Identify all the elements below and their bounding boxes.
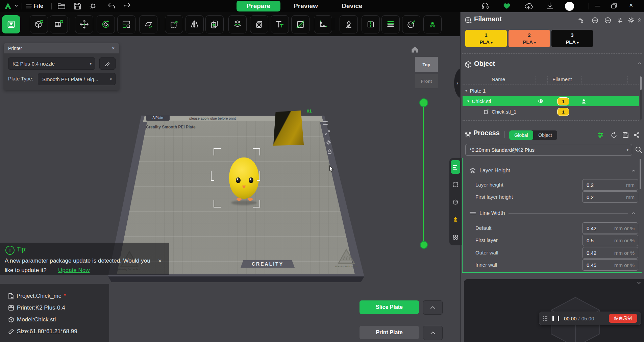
param-input-first-layer-height[interactable]: 0.2 mm	[582, 191, 638, 203]
move-tool-icon[interactable]	[75, 15, 93, 33]
home-view-icon[interactable]	[411, 46, 419, 53]
add-filament-icon[interactable]	[592, 17, 598, 24]
panel-collapse-handle[interactable]: ›	[454, 68, 460, 98]
app-logo-icon[interactable]	[3, 2, 13, 10]
logo-chevron-down-icon[interactable]	[14, 4, 18, 7]
update-now-link[interactable]: Update Now	[58, 267, 90, 274]
printer-panel-close-icon[interactable]: ×	[112, 45, 115, 51]
color-paint-icon[interactable]	[402, 15, 420, 33]
plate-settings-gear-icon[interactable]	[326, 140, 331, 145]
param-input-inner-wall-width[interactable]: 0.45 mm or %	[582, 259, 638, 271]
hamburger-menu-icon[interactable]	[26, 3, 32, 9]
add-plate-icon[interactable]	[50, 15, 68, 33]
tip-close-icon[interactable]: ×	[158, 258, 162, 265]
reset-params-icon[interactable]	[611, 132, 617, 139]
file-menu[interactable]: File	[33, 3, 43, 9]
pause-recording-icon[interactable]	[552, 316, 559, 321]
param-input-outer-wall-width[interactable]: 0.42 mm or %	[582, 247, 638, 259]
measure-tool-icon[interactable]	[314, 15, 332, 33]
stop-recording-button[interactable]: 结束录制	[609, 314, 637, 323]
scale-tool-icon[interactable]	[165, 15, 183, 33]
zoom-slider-bottom-handle[interactable]	[420, 241, 428, 249]
drag-handle-dots-icon[interactable]	[543, 316, 548, 321]
preview-collapse-icon[interactable]	[637, 281, 641, 285]
tab-preview[interactable]: Preview	[288, 1, 324, 11]
share-preset-icon[interactable]	[634, 132, 640, 138]
param-input-first-layer-width[interactable]: 0.5 mm or %	[582, 235, 638, 246]
category-others-tab[interactable]	[451, 230, 460, 244]
preset-select[interactable]: *0.20mm Standard@K2 Plus ▾	[465, 144, 632, 156]
3d-viewport[interactable]: A Plate please apply glue before print C…	[0, 36, 460, 342]
add-text-icon[interactable]	[271, 15, 289, 33]
param-input-layer-height[interactable]: 0.2 mm	[582, 179, 638, 191]
filament-assignment-badge[interactable]: 1	[557, 108, 569, 116]
minimize-button[interactable]	[594, 3, 601, 9]
slice-plate-button[interactable]: Slice Plate	[360, 300, 419, 314]
variable-layer-height-icon[interactable]	[381, 15, 400, 33]
plate-lock-icon[interactable]	[327, 149, 332, 154]
filament-slot-3[interactable]: 3 PLA ▾	[551, 30, 593, 47]
support-indicator-icon[interactable]	[581, 98, 587, 104]
rotate-tool-icon[interactable]	[97, 15, 115, 33]
split-tool-icon[interactable]	[228, 15, 247, 33]
clone-tool-icon[interactable]	[205, 15, 224, 33]
remove-filament-icon[interactable]	[604, 17, 611, 24]
creality-cloud-heart-icon[interactable]	[503, 2, 511, 10]
plate-type-select[interactable]: Smooth PEI Plate / Hig... ▾	[38, 73, 116, 85]
tune-params-icon[interactable]	[597, 132, 604, 139]
category-speed-tab[interactable]	[451, 195, 460, 209]
user-avatar[interactable]	[565, 2, 574, 11]
plate-tab[interactable]: A Plate	[146, 115, 170, 121]
object-row-selected[interactable]: ▾ Chick.stl 1	[463, 96, 639, 106]
redo-icon[interactable]	[123, 3, 131, 9]
scope-global-tab[interactable]: Global	[509, 130, 533, 140]
params-scrollbar-thumb[interactable]	[640, 159, 641, 189]
print-options-button[interactable]	[423, 326, 443, 340]
paint-tool-icon[interactable]	[291, 15, 309, 33]
mirror-tool-icon[interactable]	[185, 15, 204, 33]
tree-expand-icon[interactable]: ▾	[467, 99, 469, 103]
flush-options-icon[interactable]	[577, 17, 584, 24]
cloud-upload-icon[interactable]	[524, 2, 533, 10]
search-params-icon[interactable]	[635, 146, 642, 153]
plate-fit-icon[interactable]	[325, 130, 330, 136]
param-input-default-width[interactable]: 0.42 mm or %	[582, 222, 638, 234]
zoom-slider-top-handle[interactable]	[419, 98, 428, 107]
object-row[interactable]: Chick.stl_1 1	[463, 107, 639, 116]
zoom-slider-track[interactable]	[423, 102, 424, 244]
edit-printer-button[interactable]	[99, 57, 116, 70]
category-quality-tab[interactable]	[451, 160, 460, 174]
prime-tower[interactable]	[272, 111, 305, 146]
open-folder-icon[interactable]	[57, 2, 66, 10]
filament-assignment-badge[interactable]: 1	[557, 97, 569, 105]
group-layer-height[interactable]: Layer Height	[469, 168, 636, 174]
drill-hole-icon[interactable]	[250, 15, 268, 33]
filament-slot-1[interactable]: 1 PLA ▾	[465, 30, 507, 47]
nozzle-select[interactable]: K2 Plus-0.4 nozzle ▾	[8, 57, 95, 70]
category-support-tab[interactable]	[451, 213, 460, 226]
cut-tool-icon[interactable]	[362, 15, 380, 33]
object-scrollbar[interactable]	[640, 76, 642, 120]
tab-device[interactable]: Device	[336, 1, 368, 11]
object-scrollbar-thumb[interactable]	[640, 76, 642, 90]
lay-on-face-icon[interactable]	[139, 15, 157, 33]
add-model-icon[interactable]	[30, 15, 48, 33]
support-headset-icon[interactable]	[481, 2, 489, 10]
download-icon[interactable]	[546, 2, 554, 10]
tab-prepare[interactable]: Prepare	[237, 1, 280, 11]
tree-expand-icon[interactable]: ▾	[465, 89, 467, 93]
view-cube-top[interactable]: Top	[415, 57, 438, 72]
chick-model[interactable]	[229, 157, 259, 199]
save-icon[interactable]	[74, 2, 81, 10]
view-cube-front[interactable]: Front	[415, 74, 438, 88]
slice-options-button[interactable]	[423, 300, 443, 315]
object-collapse-icon[interactable]	[638, 62, 642, 65]
group-line-width[interactable]: Line Width	[469, 210, 636, 216]
text-shape-icon[interactable]: A	[423, 15, 442, 33]
close-button[interactable]: ×	[629, 1, 633, 9]
filament-collapse-icon[interactable]	[638, 18, 642, 22]
auto-arrange-icon[interactable]	[117, 15, 135, 33]
filament-slot-2[interactable]: 2 PLA ▾	[509, 30, 550, 47]
settings-gear-icon[interactable]	[89, 2, 97, 10]
restore-button[interactable]	[610, 3, 618, 9]
